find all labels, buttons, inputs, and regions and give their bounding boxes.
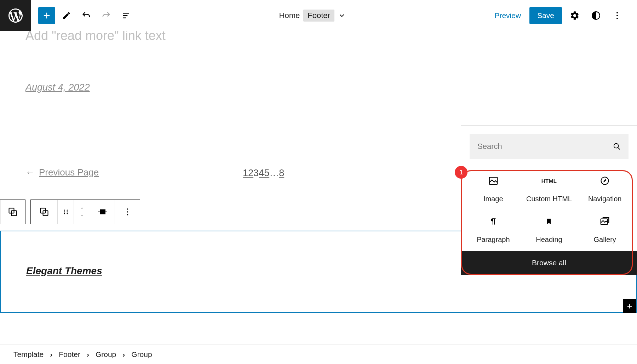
wordpress-logo[interactable]: [0, 0, 31, 31]
undo-button[interactable]: [78, 7, 95, 24]
list-view-button[interactable]: [117, 7, 134, 24]
add-block-button[interactable]: [38, 7, 55, 24]
drag-handle[interactable]: [58, 200, 74, 224]
svg-line-23: [618, 148, 620, 150]
annotation-badge: 1: [455, 166, 467, 179]
post-date[interactable]: August 4, 2022: [25, 82, 90, 93]
svg-point-11: [64, 209, 65, 210]
more-options-button[interactable]: [609, 7, 626, 24]
chevron-right-icon: ›: [122, 350, 125, 359]
top-toolbar: Home Footer Preview Save: [0, 0, 637, 31]
preview-link[interactable]: Preview: [490, 8, 525, 23]
svg-point-22: [614, 144, 619, 148]
svg-point-21: [127, 214, 128, 215]
bc-template[interactable]: Template: [13, 350, 44, 359]
svg-point-13: [64, 211, 65, 212]
breadcrumb-footer: Footer: [303, 10, 334, 22]
pagination-numbers[interactable]: 12345…8: [243, 168, 284, 179]
toolbar-right: Preview Save: [483, 7, 637, 24]
bc-group2[interactable]: Group: [131, 350, 152, 359]
toolbar-left: [31, 7, 142, 24]
block-more-button[interactable]: [115, 200, 140, 224]
editor-canvas: Add "read more" link text August 4, 2022…: [0, 31, 637, 344]
browse-all-button[interactable]: Browse all: [461, 251, 637, 275]
chevron-right-icon: ›: [50, 350, 52, 359]
settings-button[interactable]: [566, 7, 583, 24]
compass-icon: [600, 173, 610, 189]
prev-page-label: Previous Page: [39, 167, 99, 178]
block-item-paragraph[interactable]: Paragraph: [465, 214, 521, 244]
block-item-navigation[interactable]: Navigation: [577, 173, 633, 203]
template-breadcrumb[interactable]: Home Footer: [142, 10, 483, 22]
chevron-down-icon: ⌄: [80, 212, 84, 217]
readmore-placeholder[interactable]: Add "read more" link text: [25, 31, 166, 43]
svg-point-14: [67, 211, 68, 212]
bookmark-icon: [545, 214, 552, 229]
inserter-grid: Image HTML Custom HTML Navigation Paragr…: [461, 162, 637, 251]
inserter-search[interactable]: Search: [470, 134, 629, 159]
edit-mode-button[interactable]: [58, 7, 75, 24]
site-title[interactable]: Elegant Themes: [26, 265, 102, 277]
block-mover[interactable]: ⌃ ⌄: [74, 200, 90, 224]
svg-point-5: [616, 15, 618, 16]
styles-button[interactable]: [587, 7, 604, 24]
svg-point-6: [616, 18, 618, 19]
block-item-heading[interactable]: Heading: [521, 214, 577, 244]
svg-point-12: [67, 209, 68, 210]
save-button[interactable]: Save: [529, 7, 562, 24]
html-icon: HTML: [541, 173, 557, 189]
search-icon: [613, 143, 621, 150]
bottom-breadcrumb: Template › Footer › Group › Group: [0, 344, 637, 364]
parent-block-button[interactable]: [0, 200, 25, 224]
block-item-image[interactable]: Image: [465, 173, 521, 203]
block-item-gallery[interactable]: Gallery: [577, 214, 633, 244]
svg-point-15: [64, 213, 65, 214]
search-placeholder: Search: [477, 142, 502, 151]
block-toolbar: ⌃ ⌄: [0, 200, 140, 224]
arrow-left-icon: ←: [25, 167, 35, 178]
bc-footer[interactable]: Footer: [59, 350, 80, 359]
bc-group1[interactable]: Group: [96, 350, 116, 359]
svg-marker-26: [603, 179, 606, 182]
block-item-custom-html[interactable]: HTML Custom HTML: [521, 173, 577, 203]
chevron-down-icon: [338, 12, 346, 19]
block-inserter-panel: Search 1 Image HTML Custom HTML Navigati…: [461, 125, 637, 275]
pagination-prev[interactable]: ← Previous Page: [25, 167, 99, 178]
svg-point-19: [127, 208, 128, 210]
svg-point-4: [616, 12, 618, 13]
svg-point-20: [127, 211, 128, 213]
align-button[interactable]: [90, 200, 115, 224]
gallery-icon: [599, 214, 610, 229]
chevron-up-icon: ⌃: [80, 207, 84, 212]
svg-point-16: [67, 213, 68, 214]
image-icon: [488, 173, 499, 189]
pilcrow-icon: [489, 214, 498, 229]
svg-rect-18: [100, 209, 105, 214]
redo-button[interactable]: [98, 7, 115, 24]
breadcrumb-home: Home: [279, 11, 300, 20]
block-type-button[interactable]: [31, 200, 58, 224]
add-block-inline-button[interactable]: +: [623, 299, 636, 313]
chevron-right-icon: ›: [87, 350, 89, 359]
